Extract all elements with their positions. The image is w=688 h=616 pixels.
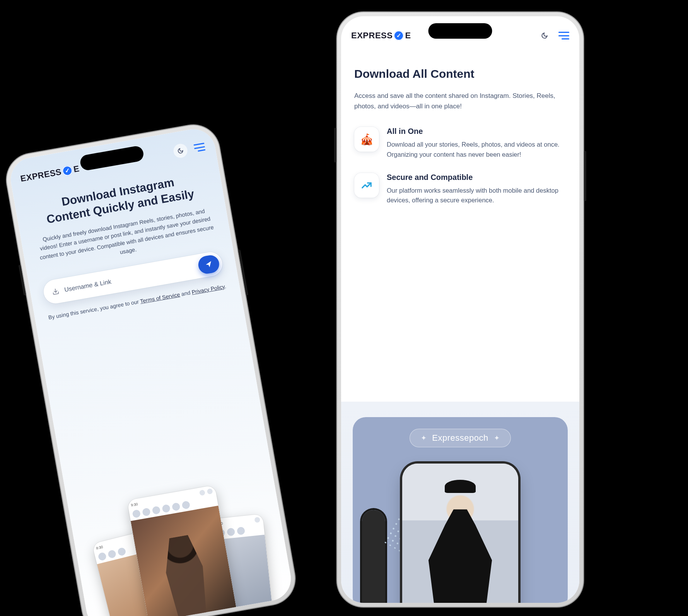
feature-body: Our platform works seamlessly with both … — [387, 186, 566, 205]
hamburger-icon — [193, 143, 204, 146]
brand-text-1: EXPRESS — [20, 167, 62, 184]
hamburger-icon — [558, 32, 569, 33]
emoji-icon: 🎪 — [360, 133, 374, 146]
verified-badge-icon: ✓ — [62, 165, 73, 176]
promo-card: ✦ Expressepoch ✦ — [353, 417, 568, 603]
preview-image — [131, 506, 237, 616]
menu-button[interactable] — [558, 32, 569, 39]
promo-figure-hat — [445, 480, 476, 493]
verified-badge-icon: ✓ — [394, 31, 404, 41]
promo-center-phone — [402, 464, 518, 603]
terms-of-service-link[interactable]: Terms of Service — [140, 291, 180, 305]
screen-left: EXPRESS ✓ E Download — [7, 126, 294, 616]
preview-mock-cluster: 8:30 9:30 — [64, 448, 295, 616]
tos-mid: and — [181, 289, 193, 297]
mock-time: 8:30 — [96, 545, 103, 550]
feature-title: All in One — [387, 127, 566, 136]
promo-section: ✦ Expressepoch ✦ — [341, 402, 579, 603]
mock-time: 9:30 — [131, 502, 138, 507]
moon-icon — [177, 147, 184, 154]
send-icon — [204, 260, 213, 269]
feature-title: Secure and Compatible — [387, 173, 566, 182]
moon-icon — [541, 32, 548, 39]
portrait-silhouette — [145, 515, 226, 616]
section-subtitle: Access and save all the content shared o… — [354, 91, 566, 111]
download-icon — [51, 287, 60, 296]
feature-all-in-one: 🎪 All in One Download all your stories, … — [354, 127, 566, 159]
submit-button[interactable] — [197, 254, 220, 275]
brand-text-2: E — [405, 31, 411, 41]
brand-logo[interactable]: EXPRESS ✓ E — [351, 31, 411, 41]
feature-body: Download all your stories, Reels, photos… — [387, 140, 566, 159]
brand-text-1: EXPRESS — [351, 31, 393, 41]
carousel-icon: 🎪 — [354, 127, 379, 152]
dynamic-island — [429, 23, 492, 39]
promo-label: Expressepoch — [432, 433, 488, 443]
promo-pill: ✦ Expressepoch ✦ — [410, 429, 511, 447]
feature-secure: Secure and Compatible Our platform works… — [354, 173, 566, 205]
sparkle-icon: ✦ — [421, 434, 427, 442]
search-placeholder: Username & Link — [64, 264, 194, 293]
theme-toggle-button[interactable] — [538, 29, 551, 43]
sparkle-icon: ✦ — [494, 434, 500, 442]
promo-side-phone — [362, 510, 385, 603]
screen-right: EXPRESS ✓ E Download All Content — [341, 16, 579, 603]
privacy-policy-link[interactable]: Privacy Policy — [191, 283, 225, 295]
phone-mockup-right: EXPRESS ✓ E Download All Content — [336, 12, 584, 607]
trend-arrow-icon — [354, 173, 379, 198]
theme-toggle-button[interactable] — [172, 143, 189, 159]
brand-text-2: E — [73, 164, 80, 175]
phone-mockup-left: EXPRESS ✓ E Download — [2, 120, 300, 616]
section-heading: Download All Content — [354, 67, 566, 80]
preview-card-front: 9:30 — [127, 485, 239, 616]
menu-button[interactable] — [193, 143, 205, 152]
brand-logo[interactable]: EXPRESS ✓ E — [20, 164, 80, 184]
